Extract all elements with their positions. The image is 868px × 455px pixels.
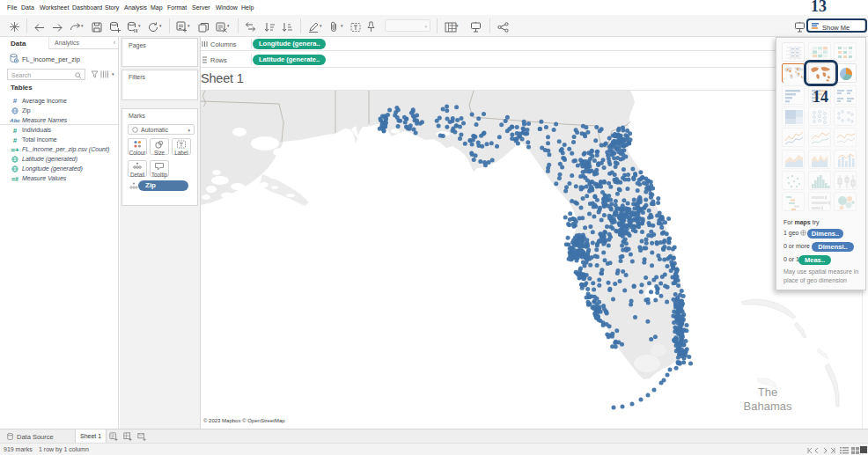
svg-text:© 2023 Mapbox © OpenStreetMap: © 2023 Mapbox © OpenStreetMap: [203, 418, 285, 423]
svg-text:The: The: [758, 385, 777, 399]
svg-text:Bahamas: Bahamas: [744, 400, 792, 413]
